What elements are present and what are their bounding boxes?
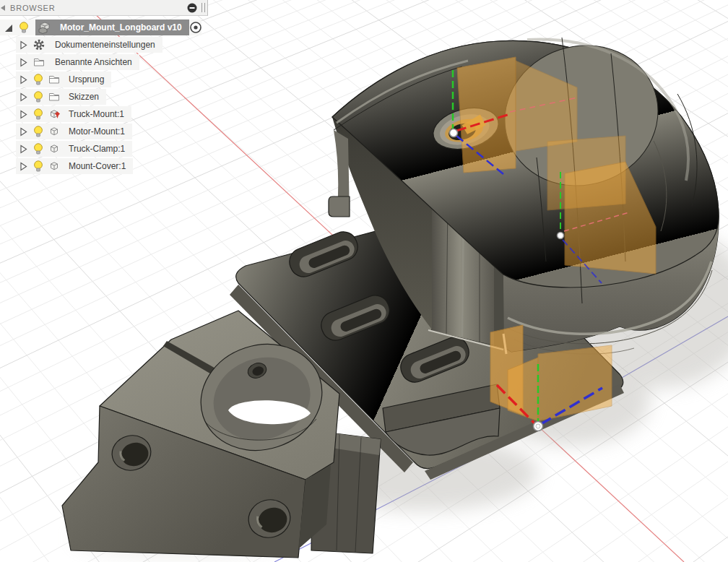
visibility-bulb-icon[interactable] bbox=[33, 160, 43, 173]
panel-drag-handle-icon[interactable] bbox=[202, 3, 205, 12]
assembly-component-icon bbox=[38, 22, 53, 34]
tree-item-label: Motor-Mount:1 bbox=[69, 126, 125, 137]
tree-item-motor-mount[interactable]: Motor-Mount:1 bbox=[16, 124, 132, 139]
folder-icon bbox=[48, 92, 60, 102]
component-grounded-icon bbox=[48, 108, 60, 120]
tree-item-label: Truck-Clamp:1 bbox=[69, 144, 125, 154]
tree-item-root-component[interactable]: Motor_Mount_Longboard v10 bbox=[0, 20, 202, 35]
collapsed-arrow-icon[interactable] bbox=[20, 162, 27, 171]
tree-item-label: Skizzen bbox=[69, 92, 99, 102]
tree-item-sketches[interactable]: Skizzen bbox=[16, 89, 106, 105]
panel-close-icon[interactable] bbox=[187, 3, 197, 13]
component-icon bbox=[48, 160, 60, 172]
tree-item-truck-mount[interactable]: Truck-Mount:1 bbox=[16, 106, 131, 122]
collapsed-arrow-icon[interactable] bbox=[20, 144, 27, 154]
folder-icon bbox=[48, 74, 60, 85]
tree-item-named-views[interactable]: Benannte Ansichten bbox=[16, 54, 139, 70]
folder-icon bbox=[33, 57, 45, 67]
browser-tree: Motor_Mount_Longboard v10 Dokumenteneins… bbox=[0, 20, 202, 176]
tree-item-label: Dokumenteneinstellungen bbox=[55, 40, 155, 50]
tree-item-mount-cover[interactable]: Mount-Cover:1 bbox=[16, 158, 133, 174]
gear-icon bbox=[33, 39, 45, 51]
origin-point-cover[interactable] bbox=[450, 129, 458, 137]
root-component-label: Motor_Mount_Longboard v10 bbox=[60, 22, 182, 33]
tree-item-truck-clamp[interactable]: Truck-Clamp:1 bbox=[16, 141, 132, 157]
tree-item-label: Mount-Cover:1 bbox=[69, 161, 126, 171]
expand-triangle-icon[interactable] bbox=[4, 23, 13, 33]
browser-panel-title: BROWSER bbox=[10, 4, 55, 12]
collapsed-arrow-icon[interactable] bbox=[20, 92, 27, 102]
collapsed-arrow-icon[interactable] bbox=[20, 127, 27, 137]
visibility-bulb-icon[interactable] bbox=[33, 74, 43, 86]
collapsed-arrow-icon[interactable] bbox=[20, 110, 27, 119]
browser-header: BROWSER bbox=[0, 0, 208, 16]
visibility-bulb-icon[interactable] bbox=[33, 108, 43, 121]
collapsed-arrow-icon[interactable] bbox=[20, 40, 27, 50]
tree-item-origin[interactable]: Ursprung bbox=[16, 72, 111, 87]
collapsed-arrow-icon[interactable] bbox=[20, 58, 27, 67]
visibility-bulb-icon[interactable] bbox=[33, 143, 43, 155]
tree-item-label: Truck-Mount:1 bbox=[69, 109, 124, 119]
panel-collapse-arrow-icon[interactable] bbox=[0, 4, 6, 12]
tree-item-label: Ursprung bbox=[69, 74, 104, 85]
tree-item-document-settings[interactable]: Dokumenteneinstellungen bbox=[16, 37, 162, 53]
visibility-bulb-icon[interactable] bbox=[19, 22, 29, 34]
tree-item-label: Benannte Ansichten bbox=[55, 57, 132, 67]
visibility-bulb-icon[interactable] bbox=[33, 91, 43, 103]
activate-component-radio[interactable] bbox=[189, 21, 202, 34]
component-icon bbox=[48, 143, 60, 155]
origin-point-assembly[interactable] bbox=[534, 422, 543, 431]
collapsed-arrow-icon[interactable] bbox=[20, 75, 27, 85]
origin-point-motor-mount[interactable] bbox=[558, 233, 564, 239]
fusion-360-window: BROWSER Motor_Mo bbox=[0, 0, 728, 562]
selected-row-highlight: Motor_Mount_Longboard v10 bbox=[35, 20, 189, 35]
visibility-bulb-icon[interactable] bbox=[33, 126, 43, 138]
component-icon bbox=[48, 126, 60, 137]
grounded-pin-icon bbox=[54, 111, 61, 121]
